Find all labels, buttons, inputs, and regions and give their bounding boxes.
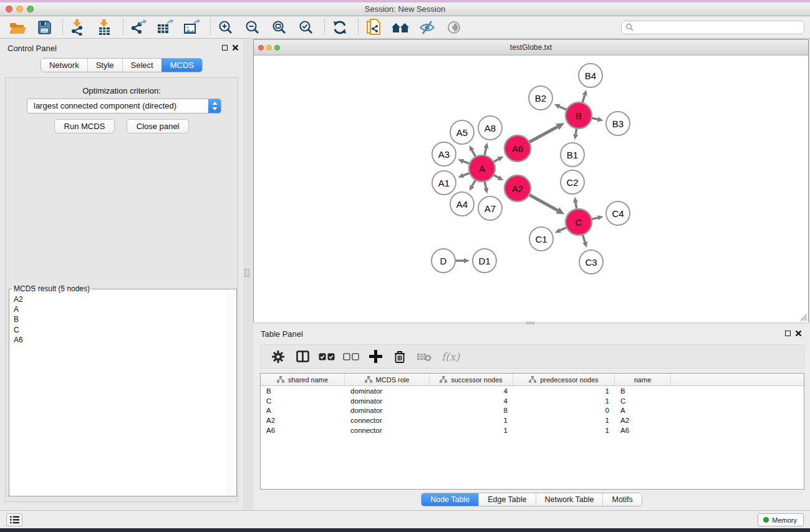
table-cell[interactable]: C bbox=[615, 397, 671, 405]
graph-node-D[interactable]: D bbox=[432, 249, 455, 273]
table-cell[interactable]: 0 bbox=[513, 407, 615, 414]
table-cell[interactable]: A bbox=[615, 407, 671, 414]
graph-node-C1[interactable]: C1 bbox=[529, 227, 553, 251]
table-cell[interactable]: A6 bbox=[261, 427, 345, 434]
network-canvas[interactable]: B4B2BB3A5A8A6B1A3AC2A1A2A4A7C4CC1DD1C3 bbox=[254, 56, 808, 322]
delete-column-button[interactable] bbox=[392, 349, 408, 365]
tab-network-table[interactable]: Network Table bbox=[536, 493, 603, 506]
open-session-button[interactable] bbox=[7, 18, 27, 37]
graph-node-C3[interactable]: C3 bbox=[579, 250, 603, 274]
table-cell[interactable]: dominator bbox=[345, 387, 430, 395]
tab-motifs[interactable]: Motifs bbox=[602, 493, 641, 506]
graph-node-C2[interactable]: C2 bbox=[561, 170, 584, 194]
delete-table-button[interactable] bbox=[416, 349, 432, 365]
zoom-in-button[interactable] bbox=[216, 18, 236, 37]
mcds-result-item[interactable]: A2 bbox=[14, 294, 236, 304]
graph-node-B[interactable]: B bbox=[566, 102, 592, 128]
table-row[interactable]: Cdominator41C bbox=[261, 396, 804, 406]
select-all-button[interactable] bbox=[319, 349, 335, 365]
graph-node-C4[interactable]: C4 bbox=[606, 201, 630, 225]
table-cell[interactable]: dominator bbox=[345, 407, 430, 414]
table-cell[interactable]: B bbox=[261, 387, 345, 395]
export-network-button[interactable] bbox=[128, 18, 148, 37]
graph-node-B3[interactable]: B3 bbox=[606, 112, 630, 135]
zoom-fit-button[interactable] bbox=[269, 18, 289, 37]
column-header-name[interactable]: name bbox=[615, 374, 671, 385]
table-cell[interactable]: 1 bbox=[430, 417, 513, 424]
search-input[interactable] bbox=[621, 21, 804, 34]
table-cell[interactable]: 1 bbox=[513, 397, 615, 405]
minimize-traffic-light[interactable] bbox=[266, 45, 272, 51]
tab-edge-table[interactable]: Edge Table bbox=[478, 493, 535, 506]
memory-button[interactable]: Memory bbox=[758, 513, 804, 526]
export-image-button[interactable] bbox=[182, 18, 202, 37]
graph-node-A3[interactable]: A3 bbox=[432, 142, 456, 166]
zoom-traffic-light[interactable] bbox=[27, 6, 34, 12]
split-pane-handle-vertical[interactable] bbox=[244, 269, 249, 277]
first-neighbors-button[interactable] bbox=[390, 18, 410, 37]
run-mcds-button[interactable]: Run MCDS bbox=[54, 119, 115, 133]
close-traffic-light[interactable] bbox=[6, 6, 12, 12]
graph-node-C[interactable]: C bbox=[566, 209, 592, 235]
column-header-predecessor-nodes[interactable]: predecessor nodes bbox=[513, 374, 615, 385]
table-cell[interactable]: C bbox=[261, 397, 345, 405]
table-cell[interactable]: A bbox=[261, 407, 345, 414]
task-history-button[interactable] bbox=[6, 513, 22, 526]
zoom-out-button[interactable] bbox=[243, 18, 263, 37]
graph-node-B2[interactable]: B2 bbox=[529, 86, 552, 110]
table-cell[interactable]: 4 bbox=[430, 387, 513, 395]
table-row[interactable]: A2connector11A2 bbox=[261, 415, 804, 425]
resize-grip-icon[interactable] bbox=[799, 313, 808, 321]
graph-node-A7[interactable]: A7 bbox=[478, 196, 502, 220]
save-session-button[interactable] bbox=[34, 18, 54, 37]
criterion-dropdown[interactable]: largest connected component (directed) bbox=[27, 99, 221, 114]
mcds-result-item[interactable]: C bbox=[14, 325, 236, 335]
show-column-button[interactable] bbox=[294, 349, 311, 365]
table-cell[interactable]: dominator bbox=[345, 397, 430, 405]
table-settings-button[interactable] bbox=[270, 349, 286, 365]
column-header-shared-name[interactable]: shared name bbox=[261, 374, 345, 385]
table-cell[interactable]: A6 bbox=[615, 427, 671, 434]
create-column-button[interactable] bbox=[367, 349, 383, 365]
function-builder-button[interactable]: f(x) bbox=[441, 351, 460, 363]
zoom-selected-button[interactable] bbox=[296, 18, 316, 37]
table-row[interactable]: Bdominator41B bbox=[261, 386, 804, 396]
column-header-successor-nodes[interactable]: successor nodes bbox=[430, 374, 513, 385]
graph-node-A[interactable]: A bbox=[469, 155, 495, 181]
export-table-button[interactable] bbox=[155, 18, 175, 37]
table-cell[interactable]: 1 bbox=[513, 417, 615, 424]
table-cell[interactable]: B bbox=[615, 387, 671, 395]
import-table-button[interactable] bbox=[95, 18, 115, 37]
clone-network-button[interactable] bbox=[364, 18, 383, 37]
table-cell[interactable]: 1 bbox=[513, 387, 615, 395]
tab-network[interactable]: Network bbox=[41, 59, 87, 72]
float-panel-icon[interactable] bbox=[785, 331, 791, 336]
table-cell[interactable]: 4 bbox=[430, 397, 513, 405]
graph-node-A5[interactable]: A5 bbox=[450, 120, 474, 144]
graph-node-A1[interactable]: A1 bbox=[432, 171, 456, 195]
table-cell[interactable]: 1 bbox=[430, 427, 513, 434]
import-network-button[interactable] bbox=[68, 18, 88, 37]
result-scrollbar[interactable] bbox=[228, 293, 236, 496]
refresh-button[interactable] bbox=[330, 18, 350, 37]
show-all-button[interactable] bbox=[444, 18, 464, 37]
table-cell[interactable]: connector bbox=[345, 427, 430, 434]
close-panel-icon[interactable] bbox=[795, 330, 802, 337]
tab-style[interactable]: Style bbox=[87, 59, 122, 72]
graph-node-B4[interactable]: B4 bbox=[579, 64, 602, 87]
table-cell[interactable]: A2 bbox=[261, 417, 345, 424]
graph-node-A6[interactable]: A6 bbox=[504, 135, 531, 162]
tab-mcds[interactable]: MCDS bbox=[162, 59, 202, 72]
table-cell[interactable]: connector bbox=[345, 417, 430, 424]
mcds-result-item[interactable]: A6 bbox=[14, 335, 236, 345]
table-cell[interactable]: A2 bbox=[615, 417, 671, 424]
mcds-result-item[interactable]: B bbox=[14, 314, 236, 324]
mcds-result-item[interactable]: A bbox=[14, 304, 236, 314]
column-header-MCDS-role[interactable]: MCDS role bbox=[345, 374, 430, 385]
tab-node-table[interactable]: Node Table bbox=[422, 493, 478, 506]
graph-node-D1[interactable]: D1 bbox=[473, 249, 496, 273]
hide-selected-button[interactable] bbox=[417, 18, 437, 37]
minimize-traffic-light[interactable] bbox=[16, 6, 23, 12]
close-traffic-light[interactable] bbox=[258, 45, 264, 51]
table-cell[interactable]: 1 bbox=[513, 427, 615, 434]
